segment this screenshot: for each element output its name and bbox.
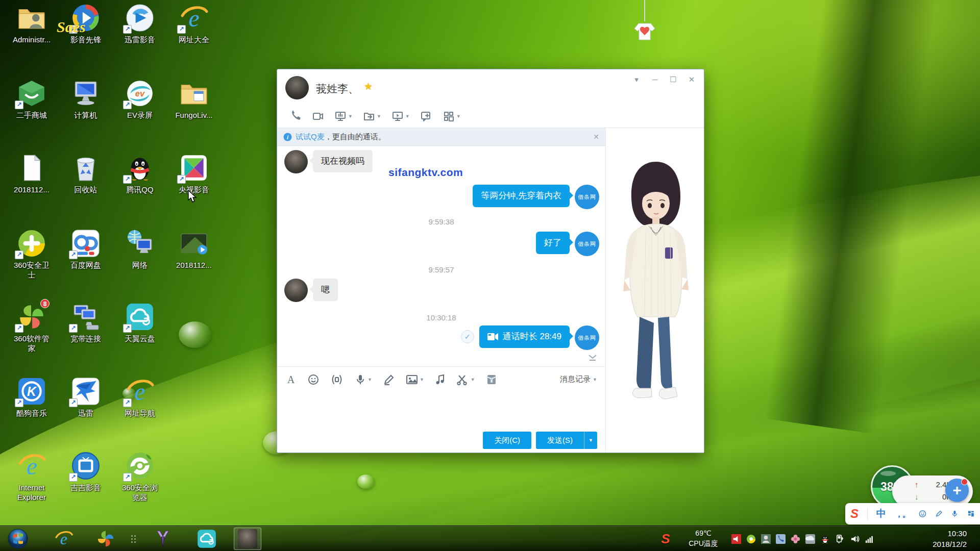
file-transfer-button[interactable]: ▼ <box>360 109 384 124</box>
tray-volume-icon[interactable] <box>849 534 860 544</box>
screen-share-button[interactable]: ▼ <box>331 109 356 124</box>
desktop-icon-ie_logo[interactable]: e Internet Explorer <box>6 451 57 502</box>
desktop-icon-broadband[interactable]: ↗ 宽带连接 <box>60 302 111 343</box>
tray-flower-icon[interactable] <box>790 534 800 544</box>
ime-keyboard-icon[interactable] <box>967 508 975 519</box>
maximize-button[interactable]: ☐ <box>666 73 680 86</box>
tray-contact-icon[interactable] <box>761 534 771 544</box>
desktop-icon-soft360[interactable]: ↗ 8 360软件管 家 <box>6 302 57 353</box>
desktop-icon-xunlei_bird[interactable]: ↗ 迅雷 <box>60 377 111 418</box>
close-chat-button[interactable]: 关闭(C) <box>483 432 531 449</box>
notice-link[interactable]: 试试Q麦 <box>296 132 325 141</box>
desktop-icon-xunlei_play[interactable]: ↗ 迅雷影音 <box>114 3 165 44</box>
desktop-icon-doc_file[interactable]: 2018112... <box>6 153 57 194</box>
handwrite-button[interactable] <box>383 374 395 385</box>
scroll-to-bottom-icon[interactable] <box>588 354 597 363</box>
tray-360-ball-icon[interactable] <box>746 534 756 544</box>
speedball-plus-button[interactable]: + <box>945 479 969 502</box>
desktop-icon-video_file[interactable]: 2018112... <box>168 229 219 270</box>
desktop-icon-folder_app[interactable]: FungoLiv... <box>168 79 219 120</box>
outgoing-message-bubble[interactable]: 好了 <box>536 232 570 254</box>
send-options-dropdown[interactable]: ▼ <box>584 432 597 449</box>
launch-group-button[interactable] <box>417 109 435 124</box>
peer-avatar[interactable] <box>285 76 309 99</box>
peer-avatar[interactable] <box>284 279 308 302</box>
self-avatar[interactable]: 借条网 <box>575 185 599 209</box>
desktop-icon-tianyi[interactable]: ↗ 天翼云盘 <box>114 302 165 343</box>
notice-close-icon[interactable]: ✕ <box>593 133 599 141</box>
desktop-icon-admin_folder[interactable]: Administr... <box>6 3 57 44</box>
desktop-icon-qq_penguin[interactable]: ↗ 腾讯QQ <box>114 153 165 194</box>
voice-call-button[interactable] <box>286 109 305 124</box>
chevron-down-icon[interactable]: ▼ <box>368 377 372 382</box>
desktop-icon-kugou[interactable]: K ↗ 酷狗音乐 <box>6 377 57 418</box>
desktop-icon-green_cube[interactable]: ↗ 二手商城 <box>6 79 57 120</box>
incoming-message-bubble[interactable]: 现在视频吗 <box>313 150 373 172</box>
taskbar-clock[interactable]: 10:30 2018/12/2 <box>933 528 967 549</box>
chevron-down-icon[interactable]: ▼ <box>377 114 381 119</box>
window-shake-button[interactable] <box>330 374 344 385</box>
ime-mic-icon[interactable] <box>951 508 959 519</box>
self-avatar[interactable]: 借条网 <box>575 232 599 256</box>
tray-network-signal-icon[interactable] <box>864 534 874 544</box>
voice-record-button[interactable]: ▼ <box>355 374 372 385</box>
ime-mode-chinese[interactable]: 中 <box>876 507 886 520</box>
desktop-icon-baidu_pan[interactable]: ↗ 百度网盘 <box>60 229 111 270</box>
desktop-icon-cctv[interactable]: ↗ 央视影音 <box>168 153 219 194</box>
chevron-down-icon[interactable]: ▼ <box>405 114 410 119</box>
taskbar-chat-avatar[interactable] <box>234 528 261 550</box>
sogou-logo[interactable]: S <box>850 507 859 521</box>
outgoing-message-bubble[interactable]: 等两分钟,先穿着内衣 <box>473 185 570 207</box>
tray-power-plug-icon[interactable] <box>835 534 845 544</box>
desktop-icon-ie_logo[interactable]: e ↗ 网址大全 <box>168 3 219 44</box>
apps-button[interactable]: ▼ <box>439 109 464 124</box>
chevron-down-icon[interactable]: ▼ <box>348 114 353 119</box>
chevron-down-icon[interactable]: ▼ <box>420 377 424 382</box>
taskbar-cloud-app[interactable] <box>193 528 220 550</box>
video-call-button[interactable] <box>309 109 327 124</box>
emoji-button[interactable] <box>308 374 319 385</box>
qqshow-girl[interactable] <box>615 155 697 410</box>
desktop-icon-shield360[interactable]: ↗ 360安全卫 士 <box>6 229 57 280</box>
font-button[interactable]: A <box>285 374 297 385</box>
tray-camera-icon[interactable] <box>805 534 815 544</box>
tray-sogou-icon[interactable]: S <box>655 528 676 550</box>
desktop-icon-network[interactable]: 网络 <box>114 229 165 270</box>
desktop-icon-recycle[interactable]: 回收站 <box>60 153 111 194</box>
chevron-down-icon[interactable]: ▼ <box>456 114 461 119</box>
screenshot-button[interactable]: ▼ <box>457 374 475 385</box>
incoming-message-bubble[interactable]: 嗯 <box>313 279 338 301</box>
taskbar-ie[interactable]: e <box>50 528 78 550</box>
taskbar-vshape[interactable] <box>149 528 177 550</box>
chevron-down-icon[interactable]: ▼ <box>471 377 475 382</box>
desktop-icon-saes_player[interactable]: ↗ Saes 影音先锋 <box>60 3 111 44</box>
desktop-icon-browser360[interactable]: ↗ 360安全浏 览器 <box>114 451 165 502</box>
taskbar-sogou-pinwheel[interactable] <box>92 528 119 550</box>
window-titlebar[interactable]: 莪姓李、 ★ ▾ ─ ☐ ✕ <box>277 69 704 105</box>
ime-punctuation[interactable]: ，。 <box>895 508 910 520</box>
image-button[interactable]: ▼ <box>406 374 424 385</box>
close-button[interactable]: ✕ <box>684 73 699 86</box>
message-history-button[interactable]: 消息记录▼ <box>560 374 597 384</box>
desktop-icon-ie_logo[interactable]: e ↗ 网址导航 <box>114 377 165 418</box>
send-button[interactable]: 发送(S) <box>536 432 584 449</box>
taskbar-grip[interactable] <box>129 528 138 550</box>
ime-emoji-icon[interactable] <box>919 508 926 519</box>
message-input[interactable] <box>277 392 605 425</box>
remote-assist-button[interactable]: ▼ <box>388 109 413 124</box>
panel-collapse-icon[interactable]: ▾ <box>629 73 644 86</box>
tray-red-speaker-icon[interactable] <box>731 534 741 544</box>
peer-avatar[interactable] <box>284 150 308 173</box>
taskbar-start[interactable] <box>4 528 32 550</box>
desktop-icon-jiji[interactable]: ↗ 吉吉影音 <box>60 451 111 492</box>
self-avatar[interactable]: 借条网 <box>575 325 599 350</box>
minimize-button[interactable]: ─ <box>648 73 662 86</box>
desktop-icon-computer[interactable]: 计算机 <box>60 79 111 120</box>
tray-phone-blue-icon[interactable] <box>775 534 786 544</box>
tray-qq-icon[interactable] <box>820 534 830 544</box>
qqshow-hanger-shirt[interactable] <box>632 0 657 48</box>
call-duration-bubble[interactable]: 通话时长 28:49 <box>479 325 570 348</box>
desktop-icon-ev_logo[interactable]: ev ↗ EV录屏 <box>114 79 165 120</box>
music-button[interactable] <box>435 374 446 385</box>
red-packet-button[interactable]: ¥ <box>486 374 497 385</box>
